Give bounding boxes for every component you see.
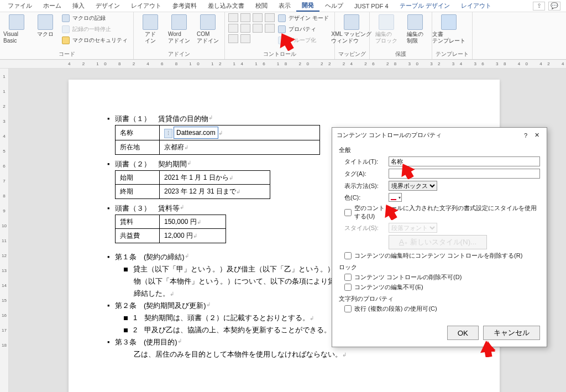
cc-legacy[interactable]: [240, 34, 250, 43]
content-control-name[interactable]: Dattesar.com: [174, 127, 218, 139]
remove-on-edit-checkbox[interactable]: [344, 252, 352, 259]
macro-security[interactable]: マクロのセキュリティ: [61, 35, 130, 45]
svg-marker-1: [399, 163, 416, 179]
cc-date[interactable]: [265, 24, 275, 33]
cancel-button[interactable]: キャンセル: [483, 326, 540, 340]
menu-references[interactable]: 参考資料: [167, 1, 202, 11]
share-icon[interactable]: ⇪: [533, 2, 545, 11]
block-authors: 編集の ブロック: [373, 13, 400, 44]
group-label-addins: アドイン: [137, 49, 221, 59]
macros-button[interactable]: マクロ: [32, 13, 59, 38]
menu-justpdf[interactable]: JUST PDF 4: [349, 2, 394, 11]
group-label-protect: 保護: [373, 49, 428, 59]
cc-dropdown[interactable]: [253, 24, 263, 33]
section-lock: ロック: [339, 263, 540, 271]
section-textprop: 文字列のプロパティ: [339, 295, 540, 303]
multiline-label: 改行 (複数の段落) の使用可(C): [354, 305, 437, 313]
record-macro[interactable]: マクロの記録: [61, 13, 130, 23]
menu-view[interactable]: 表示: [273, 1, 296, 11]
svg-marker-0: [277, 32, 296, 51]
title-label: タイトル(T):: [344, 158, 385, 166]
menu-review[interactable]: 校閲: [250, 1, 273, 11]
article-2: 第２条 (契約期間及び更新): [115, 300, 206, 312]
menu-help[interactable]: ヘルプ: [319, 1, 349, 11]
remove-on-edit-label: コンテンツの編集時にコンテンツ コントロールを削除する(R): [354, 252, 522, 260]
heading-3: 頭書（３） 賃料等: [115, 202, 180, 215]
menu-developer[interactable]: 開発: [296, 0, 319, 12]
article-1: 第１条 (契約の締結): [115, 251, 185, 263]
color-label: 色(C):: [344, 194, 385, 202]
style-select: 段落フォント: [389, 223, 437, 233]
menu-home[interactable]: ホーム: [38, 1, 67, 11]
xml-mapping-button[interactable]: XML マッピング ウィンドウ: [338, 13, 365, 44]
table-3[interactable]: 賃料150,000 円↲ 共益費12,000 円↲: [115, 215, 226, 243]
group-label-templates: テンプレート: [436, 49, 469, 59]
addins-button[interactable]: アド イン: [137, 13, 164, 44]
annotation-arrow-icon: [480, 341, 496, 357]
annotation-arrow-icon: [399, 163, 416, 179]
heading-2: 頭書（２） 契約期間: [115, 158, 187, 170]
tag-label: タグ(A):: [344, 170, 385, 178]
document-template[interactable]: 文書 テンプレート: [436, 13, 462, 44]
color-picker[interactable]: ▾: [389, 193, 402, 202]
horizontal-ruler: 4 2 10 8 2 4 6 8 10 12 14 16 18 20 22 24…: [0, 60, 566, 69]
new-style-button: A₊ 新しいスタイル(N)...: [389, 235, 487, 249]
table-1[interactable]: 名称⋮Dattesar.com↲ 所在地京都府↲: [115, 125, 320, 155]
design-mode[interactable]: デザイン モード: [277, 13, 331, 23]
menu-file[interactable]: ファイル: [2, 1, 38, 11]
restrict-editing[interactable]: 編集の 制限: [402, 13, 428, 44]
content-control-properties-dialog: コンテンツ コントロールのプロパティ ? ✕ 全般 タイトル(T): タグ(A)…: [332, 127, 547, 347]
menu-insert[interactable]: 挿入: [67, 1, 90, 11]
dialog-title: コンテンツ コントロールのプロパティ: [337, 131, 520, 139]
svg-marker-2: [382, 203, 399, 220]
menu-bar: ファイル ホーム 挿入 デザイン レイアウト 参考資料 差し込み文書 校閲 表示…: [0, 0, 566, 12]
vertical-ruler: 1123456789101112131415161718: [0, 69, 9, 392]
cc-handle-icon[interactable]: ⋮: [164, 129, 172, 138]
no-delete-checkbox[interactable]: [344, 274, 352, 281]
cc-picture[interactable]: [253, 13, 263, 22]
cc-rich-text[interactable]: [228, 13, 238, 22]
word-addins-button[interactable]: Word アドイン: [166, 13, 192, 44]
style-label: スタイル(S):: [344, 224, 385, 232]
no-edit-label: コンテンツの編集不可(E): [354, 283, 423, 291]
comment-icon[interactable]: 💬: [548, 2, 560, 11]
menu-tabledesign[interactable]: テーブル デザイン: [394, 1, 455, 11]
cc-combobox[interactable]: [240, 24, 250, 33]
menu-design[interactable]: デザイン: [90, 1, 125, 11]
cc-repeating[interactable]: [228, 34, 238, 43]
heading-1: 頭書（１） 賃貸借の目的物: [115, 113, 208, 125]
table-2[interactable]: 始期2021 年 1 月 1 日から↲ 終期2023 年 12 月 31 日まで…: [115, 170, 270, 199]
com-addins-button[interactable]: COM アドイン: [195, 13, 221, 44]
group-label-mapping: マッピング: [338, 49, 366, 59]
close-icon[interactable]: ✕: [531, 132, 542, 139]
annotation-arrow-icon: [277, 32, 296, 51]
menu-mailings[interactable]: 差し込み文書: [202, 1, 250, 11]
cc-buildingblock[interactable]: [265, 13, 275, 22]
cc-checkbox[interactable]: [228, 24, 238, 33]
menu-layout[interactable]: レイアウト: [125, 1, 167, 11]
ok-button[interactable]: OK: [447, 326, 479, 340]
no-delete-label: コンテンツ コントロールの削除不可(D): [354, 273, 462, 281]
group-label-code: コード: [3, 49, 130, 59]
multiline-checkbox[interactable]: [344, 305, 352, 312]
svg-marker-4: [480, 341, 496, 357]
visual-basic-button[interactable]: Visual Basic: [3, 13, 30, 44]
cc-plain-text[interactable]: [240, 13, 250, 22]
use-style-checkbox[interactable]: [344, 209, 352, 216]
pause-recording: 記録の一時停止: [61, 24, 130, 34]
menu-layout2[interactable]: レイアウト: [455, 1, 497, 11]
annotation-arrow-icon: [382, 203, 399, 220]
article-3: 第３条 (使用目的): [115, 336, 177, 348]
no-edit-checkbox[interactable]: [344, 284, 352, 291]
show-label: 表示方法(S):: [344, 182, 385, 190]
help-icon[interactable]: ?: [520, 132, 531, 139]
section-general: 全般: [339, 146, 540, 154]
show-select[interactable]: 境界ボックス: [389, 181, 437, 191]
